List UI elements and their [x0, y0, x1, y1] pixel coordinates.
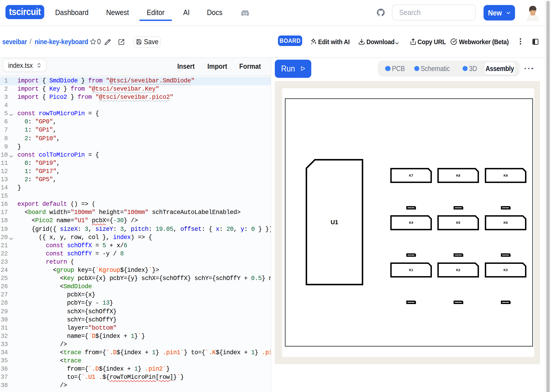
svg-text:K8: K8 — [456, 174, 460, 177]
svg-text:U1: U1 — [331, 219, 338, 226]
svg-text:K2: K2 — [456, 268, 460, 272]
svg-text:K1: K1 — [409, 268, 413, 272]
svg-text:K6: K6 — [504, 221, 508, 225]
svg-text:K4: K4 — [409, 221, 413, 225]
svg-text:K5: K5 — [456, 221, 460, 225]
svg-text:K9: K9 — [504, 174, 508, 177]
svg-text:K3: K3 — [504, 268, 508, 272]
svg-text:K7: K7 — [409, 174, 413, 177]
